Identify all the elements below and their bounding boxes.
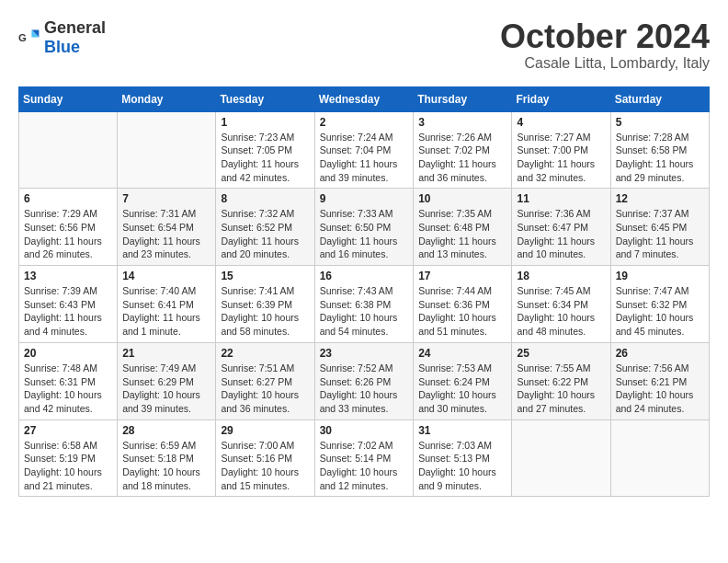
weekday-header-thursday: Thursday xyxy=(414,86,512,111)
calendar-cell: 4Sunrise: 7:27 AMSunset: 7:00 PMDaylight… xyxy=(512,111,610,189)
day-number: 1 xyxy=(221,116,309,129)
svg-text:G: G xyxy=(18,32,27,43)
day-info: Sunrise: 7:26 AMSunset: 7:02 PMDaylight:… xyxy=(418,131,506,185)
calendar-week-2: 6Sunrise: 7:29 AMSunset: 6:56 PMDaylight… xyxy=(19,189,710,266)
day-number: 21 xyxy=(122,347,210,360)
day-number: 23 xyxy=(320,347,409,360)
day-info: Sunrise: 7:03 AMSunset: 5:13 PMDaylight:… xyxy=(418,439,506,493)
calendar-cell: 31Sunrise: 7:03 AMSunset: 5:13 PMDayligh… xyxy=(414,419,512,497)
day-info: Sunrise: 7:41 AMSunset: 6:39 PMDaylight:… xyxy=(221,284,309,339)
calendar-cell: 9Sunrise: 7:33 AMSunset: 6:50 PMDaylight… xyxy=(314,189,414,266)
calendar-cell: 12Sunrise: 7:37 AMSunset: 6:45 PMDayligh… xyxy=(610,189,709,266)
day-number: 11 xyxy=(517,192,605,205)
day-info: Sunrise: 7:31 AMSunset: 6:54 PMDaylight:… xyxy=(122,207,210,261)
day-info: Sunrise: 7:33 AMSunset: 6:50 PMDaylight:… xyxy=(320,207,409,261)
logo-general: General xyxy=(44,18,106,37)
calendar-cell: 5Sunrise: 7:28 AMSunset: 6:58 PMDaylight… xyxy=(610,111,709,189)
day-number: 26 xyxy=(616,347,704,360)
calendar-cell xyxy=(19,111,118,189)
day-number: 14 xyxy=(122,270,210,282)
day-info: Sunrise: 7:44 AMSunset: 6:36 PMDaylight:… xyxy=(418,284,506,339)
day-info: Sunrise: 7:47 AMSunset: 6:32 PMDaylight:… xyxy=(616,284,704,339)
day-info: Sunrise: 6:59 AMSunset: 5:18 PMDaylight:… xyxy=(122,439,210,493)
calendar-cell: 18Sunrise: 7:45 AMSunset: 6:34 PMDayligh… xyxy=(512,266,610,343)
weekday-header-friday: Friday xyxy=(512,86,610,111)
calendar-cell: 25Sunrise: 7:55 AMSunset: 6:22 PMDayligh… xyxy=(512,342,610,419)
day-number: 7 xyxy=(122,192,210,205)
day-info: Sunrise: 7:53 AMSunset: 6:24 PMDaylight:… xyxy=(418,362,506,416)
calendar-cell: 1Sunrise: 7:23 AMSunset: 7:05 PMDaylight… xyxy=(216,111,314,189)
day-info: Sunrise: 7:29 AMSunset: 6:56 PMDaylight:… xyxy=(24,207,112,261)
day-number: 20 xyxy=(24,347,112,360)
calendar-cell xyxy=(512,419,610,497)
day-info: Sunrise: 7:02 AMSunset: 5:14 PMDaylight:… xyxy=(320,439,409,493)
day-number: 18 xyxy=(517,270,605,282)
calendar-cell: 28Sunrise: 6:59 AMSunset: 5:18 PMDayligh… xyxy=(118,419,216,497)
page-header: G General Blue October 2024 Casale Litta… xyxy=(18,18,710,72)
day-info: Sunrise: 7:55 AMSunset: 6:22 PMDaylight:… xyxy=(517,362,605,416)
calendar-cell: 21Sunrise: 7:49 AMSunset: 6:29 PMDayligh… xyxy=(118,342,216,419)
day-number: 24 xyxy=(418,347,506,360)
calendar-cell: 20Sunrise: 7:48 AMSunset: 6:31 PMDayligh… xyxy=(19,342,118,419)
day-number: 13 xyxy=(24,270,112,282)
logo: G General Blue xyxy=(18,18,106,57)
calendar-cell: 2Sunrise: 7:24 AMSunset: 7:04 PMDaylight… xyxy=(314,111,414,189)
calendar-cell: 16Sunrise: 7:43 AMSunset: 6:38 PMDayligh… xyxy=(314,266,414,343)
day-number: 17 xyxy=(418,270,506,282)
day-number: 8 xyxy=(221,192,309,205)
day-number: 4 xyxy=(517,116,605,129)
calendar-cell: 24Sunrise: 7:53 AMSunset: 6:24 PMDayligh… xyxy=(414,342,512,419)
day-info: Sunrise: 7:43 AMSunset: 6:38 PMDaylight:… xyxy=(320,284,409,339)
title-area: October 2024 Casale Litta, Lombardy, Ita… xyxy=(500,18,710,72)
day-number: 15 xyxy=(221,270,309,282)
day-number: 16 xyxy=(320,270,409,282)
weekday-header-tuesday: Tuesday xyxy=(216,86,314,111)
calendar-cell xyxy=(610,419,709,497)
day-number: 10 xyxy=(418,192,506,205)
day-number: 19 xyxy=(616,270,704,282)
day-info: Sunrise: 7:40 AMSunset: 6:41 PMDaylight:… xyxy=(122,284,210,339)
day-number: 29 xyxy=(221,424,309,437)
day-number: 25 xyxy=(517,347,605,360)
day-number: 6 xyxy=(24,192,112,205)
day-number: 31 xyxy=(418,424,506,437)
calendar-week-1: 1Sunrise: 7:23 AMSunset: 7:05 PMDaylight… xyxy=(19,111,710,189)
day-info: Sunrise: 7:51 AMSunset: 6:27 PMDaylight:… xyxy=(221,362,309,416)
day-info: Sunrise: 7:32 AMSunset: 6:52 PMDaylight:… xyxy=(221,207,309,261)
day-number: 5 xyxy=(616,116,704,129)
day-info: Sunrise: 7:52 AMSunset: 6:26 PMDaylight:… xyxy=(320,362,409,416)
day-info: Sunrise: 7:48 AMSunset: 6:31 PMDaylight:… xyxy=(24,362,112,416)
calendar-cell: 29Sunrise: 7:00 AMSunset: 5:16 PMDayligh… xyxy=(216,419,314,497)
day-info: Sunrise: 7:49 AMSunset: 6:29 PMDaylight:… xyxy=(122,362,210,416)
day-info: Sunrise: 6:58 AMSunset: 5:19 PMDaylight:… xyxy=(24,439,112,493)
calendar-cell: 10Sunrise: 7:35 AMSunset: 6:48 PMDayligh… xyxy=(414,189,512,266)
calendar-cell: 8Sunrise: 7:32 AMSunset: 6:52 PMDaylight… xyxy=(216,189,314,266)
calendar-cell: 11Sunrise: 7:36 AMSunset: 6:47 PMDayligh… xyxy=(512,189,610,266)
weekday-header-wednesday: Wednesday xyxy=(314,86,414,111)
logo-text: General Blue xyxy=(44,18,106,57)
calendar-week-3: 13Sunrise: 7:39 AMSunset: 6:43 PMDayligh… xyxy=(19,266,710,343)
month-title: October 2024 xyxy=(500,18,710,55)
calendar-cell: 14Sunrise: 7:40 AMSunset: 6:41 PMDayligh… xyxy=(118,266,216,343)
logo-blue: Blue xyxy=(44,38,80,56)
calendar-cell: 7Sunrise: 7:31 AMSunset: 6:54 PMDaylight… xyxy=(118,189,216,266)
weekday-header-saturday: Saturday xyxy=(610,86,709,111)
calendar-week-5: 27Sunrise: 6:58 AMSunset: 5:19 PMDayligh… xyxy=(19,419,710,497)
day-info: Sunrise: 7:36 AMSunset: 6:47 PMDaylight:… xyxy=(517,207,605,261)
location-title: Casale Litta, Lombardy, Italy xyxy=(500,55,710,72)
day-info: Sunrise: 7:56 AMSunset: 6:21 PMDaylight:… xyxy=(616,362,704,416)
logo-icon: G xyxy=(18,29,40,47)
calendar-cell: 22Sunrise: 7:51 AMSunset: 6:27 PMDayligh… xyxy=(216,342,314,419)
day-number: 12 xyxy=(616,192,704,205)
calendar-cell: 26Sunrise: 7:56 AMSunset: 6:21 PMDayligh… xyxy=(610,342,709,419)
weekday-header-monday: Monday xyxy=(118,86,216,111)
calendar-cell xyxy=(118,111,216,189)
calendar-cell: 15Sunrise: 7:41 AMSunset: 6:39 PMDayligh… xyxy=(216,266,314,343)
calendar-cell: 27Sunrise: 6:58 AMSunset: 5:19 PMDayligh… xyxy=(19,419,118,497)
calendar-week-4: 20Sunrise: 7:48 AMSunset: 6:31 PMDayligh… xyxy=(19,342,710,419)
day-info: Sunrise: 7:00 AMSunset: 5:16 PMDaylight:… xyxy=(221,439,309,493)
day-info: Sunrise: 7:37 AMSunset: 6:45 PMDaylight:… xyxy=(616,207,704,261)
calendar-cell: 19Sunrise: 7:47 AMSunset: 6:32 PMDayligh… xyxy=(610,266,709,343)
day-info: Sunrise: 7:23 AMSunset: 7:05 PMDaylight:… xyxy=(221,131,309,185)
calendar-cell: 6Sunrise: 7:29 AMSunset: 6:56 PMDaylight… xyxy=(19,189,118,266)
